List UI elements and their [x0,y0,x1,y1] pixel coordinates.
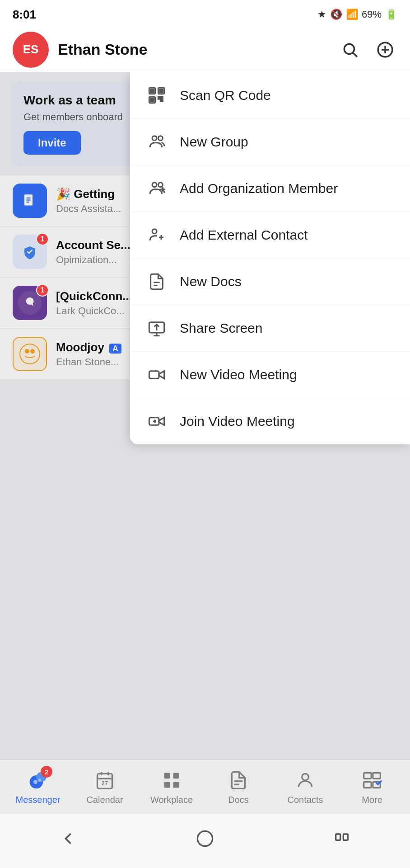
menu-item-join-video-meeting[interactable]: Join Video Meeting [130,398,410,444]
battery-icon: 🔋 [385,9,397,20]
recents-button[interactable] [328,825,355,852]
svg-rect-18 [160,90,163,93]
svg-point-21 [152,136,157,141]
video-meeting-icon [146,364,167,385]
menu-label-new-group: New Group [180,134,248,150]
menu-item-add-org-member[interactable]: Add Organization Member [130,165,410,212]
svg-point-27 [152,229,157,234]
menu-label-new-docs: New Docs [180,274,242,289]
back-icon [58,829,78,849]
menu-label-share-screen: Share Screen [180,321,262,336]
svg-point-0 [344,44,354,54]
qr-icon [146,85,167,106]
status-bar: 8:01 ★ 🔇 📶 69% 🔋 [0,0,410,27]
menu-item-new-docs[interactable]: New Docs [130,259,410,305]
share-screen-icon [146,318,167,339]
plus-circle-icon [377,41,394,58]
dropdown-menu: Scan QR Code New Group [130,72,410,444]
status-icons: ★ 🔇 📶 69% 🔋 [317,9,397,20]
svg-line-1 [353,53,357,57]
menu-item-add-external[interactable]: Add External Contact [130,212,410,259]
search-icon [341,41,359,58]
main-content: Work as a team Get members onboard Invit… [0,72,410,814]
join-meeting-icon [146,411,167,432]
svg-rect-62 [335,834,340,840]
menu-label-join-video-meeting: Join Video Meeting [180,414,295,429]
header: ES Ethan Stone [0,27,410,72]
status-time: 8:01 [13,8,36,22]
menu-label-add-external: Add External Contact [180,227,308,243]
group-icon [146,132,167,152]
menu-label-new-video-meeting: New Video Meeting [180,367,297,382]
svg-point-22 [158,136,163,141]
svg-point-61 [197,831,212,846]
recents-icon [333,830,351,848]
docs-create-icon [146,271,167,292]
menu-label-add-org-member: Add Organization Member [180,181,338,196]
battery-level: 69% [362,9,382,20]
svg-rect-63 [343,834,348,840]
menu-item-share-screen[interactable]: Share Screen [130,305,410,352]
menu-item-scan-qr[interactable]: Scan QR Code [130,72,410,119]
add-contact-icon [146,225,167,245]
sound-icon: 🔇 [330,9,342,20]
search-button[interactable] [338,38,362,62]
menu-item-new-group[interactable]: New Group [130,119,410,165]
svg-point-23 [152,183,157,187]
svg-rect-36 [149,371,159,379]
wifi-icon: 📶 [346,9,358,20]
svg-point-24 [158,183,163,187]
user-name: Ethan Stone [58,41,338,58]
svg-rect-19 [151,99,154,102]
add-org-icon [146,178,167,199]
back-button[interactable] [55,825,82,852]
menu-label-scan-qr: Scan QR Code [180,88,271,103]
home-icon [196,830,214,848]
add-button[interactable] [373,38,397,62]
header-icons [338,38,397,62]
svg-rect-17 [151,90,154,93]
system-bar [0,814,410,868]
menu-item-new-video-meeting[interactable]: New Video Meeting [130,352,410,398]
home-button[interactable] [191,825,219,852]
bluetooth-icon: ★ [317,9,326,20]
avatar[interactable]: ES [13,32,49,68]
